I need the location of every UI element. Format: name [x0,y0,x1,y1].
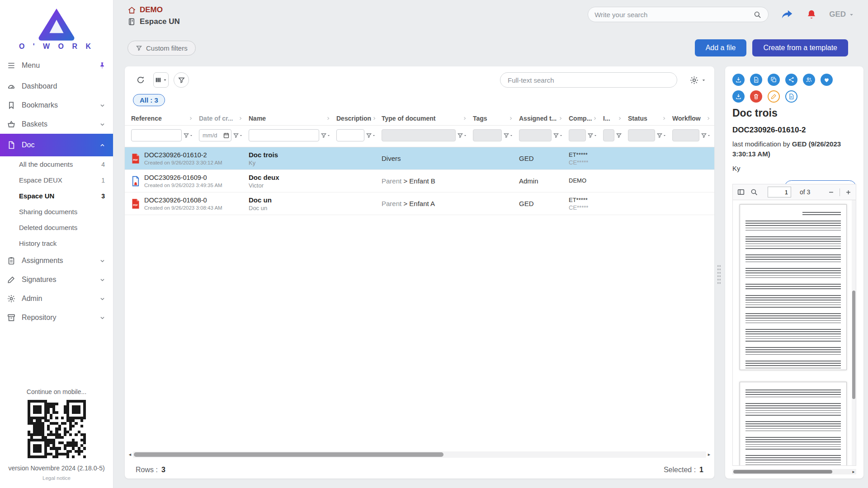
tags-filter-select[interactable] [473,129,502,141]
column-header-i[interactable]: I... [599,112,624,125]
column-header-status[interactable]: Status [624,112,669,125]
sidebar-item-repository[interactable]: Repository [0,308,113,327]
scrollbar-thumb[interactable] [134,452,443,457]
reference-filter-input[interactable] [131,129,182,141]
edit-button[interactable] [768,90,780,103]
all-filter-chip[interactable]: All : 3 [133,94,165,106]
zoom-out-button[interactable] [828,189,835,196]
sidebar-item-signatures[interactable]: Signatures [0,270,113,289]
download-button[interactable] [732,74,745,86]
sidebar-item-doc[interactable]: Doc [0,134,113,156]
sidebar-subitem-espace-un[interactable]: Espace UN 3 [0,188,113,204]
status-filter-select[interactable] [628,129,655,141]
status-filter-funnel[interactable] [656,132,666,139]
table-row[interactable]: DOC230926-01610-2 Created on 9/26/2023 3… [125,147,714,170]
export-file-button[interactable] [750,74,762,86]
sidebar-item-admin[interactable]: Admin [0,289,113,308]
delete-button[interactable] [750,90,762,103]
calendar-icon[interactable] [223,132,230,139]
legal-notice-link[interactable]: Legal notice [0,475,113,481]
sidebar-subitem-history-track[interactable]: History track [0,235,113,251]
scrollbar-thumb[interactable] [852,291,855,399]
caret-down-icon [701,78,706,83]
custom-filters-button[interactable]: Custom filters [127,41,196,56]
name-filter-input[interactable] [249,129,319,141]
sidebar-subitem-all-documents[interactable]: All the documents 4 [0,156,113,172]
table-horizontal-scrollbar[interactable]: ◄ ► [127,451,712,458]
sidebar-subitem-deleted-documents[interactable]: Deleted documents [0,220,113,235]
column-header-assigned[interactable]: Assigned t... [515,112,565,125]
global-search-input[interactable] [594,11,753,19]
filters-button[interactable] [174,72,189,88]
column-header-comp[interactable]: Comp... [565,112,599,125]
add-file-button[interactable]: Add a file [695,39,747,56]
column-header-reference[interactable]: Reference [127,112,195,125]
thumbnails-toggle-button[interactable] [737,188,745,196]
type-filter-funnel[interactable] [457,132,467,139]
search-icon[interactable] [753,10,762,19]
assigned-filter-funnel[interactable] [553,132,563,139]
fulltext-search-input[interactable] [500,72,677,88]
create-from-template-button[interactable]: Create from a template [752,39,848,56]
pdf-vertical-scrollbar[interactable] [852,200,856,465]
scroll-right-arrow[interactable]: ► [851,470,856,474]
sidebar-subitem-sharing-documents[interactable]: Sharing documents [0,204,113,220]
column-header-type[interactable]: Type of document [378,112,469,125]
share-document-button[interactable] [785,74,797,86]
panel-resize-handle[interactable] [717,264,721,285]
favorite-button[interactable] [821,74,833,86]
notifications-button[interactable] [806,9,817,20]
table-settings-button[interactable] [689,75,706,85]
type-filter-select[interactable] [382,129,456,141]
scroll-left-arrow[interactable]: ◄ [127,451,133,458]
comp-filter-select[interactable] [569,129,586,141]
breadcrumb-space[interactable]: Espace UN [127,17,180,26]
sidebar-subitem-espace-deux[interactable]: Espace DEUX 1 [0,172,113,188]
pdf-horizontal-scrollbar[interactable]: ► [732,469,856,474]
table-row[interactable]: DOC230926-01608-0 Created on 9/26/2023 3… [125,192,714,215]
scrollbar-track[interactable] [133,451,706,458]
scrollbar-thumb[interactable] [733,470,832,474]
scroll-right-arrow[interactable]: ► [706,451,712,458]
print-button[interactable] [732,90,745,103]
document-properties-button[interactable] [785,90,797,103]
column-header-date[interactable]: Date of cr... [195,112,245,125]
page-number-input[interactable] [768,187,791,197]
pin-icon[interactable] [98,61,106,70]
sidebar-item-dashboard[interactable]: Dashboard [0,77,113,96]
collaborators-button[interactable] [803,74,815,86]
breadcrumb-workspace[interactable]: DEMO [127,5,180,14]
column-header-extra[interactable]: V... [713,112,714,125]
column-header-workflow[interactable]: Workflow [669,112,713,125]
sidebar-item-bookmarks[interactable]: Bookmarks [0,96,113,115]
column-header-description[interactable]: Description [333,112,378,125]
assigned-filter-select[interactable] [519,129,552,141]
i-filter-funnel[interactable] [616,132,622,139]
tags-filter-funnel[interactable] [503,132,513,139]
duplicate-button[interactable] [768,74,780,86]
pen-icon [7,275,16,284]
refresh-button[interactable] [133,72,148,88]
comp-filter-funnel[interactable] [587,132,597,139]
zoom-in-button[interactable] [845,189,852,196]
description-filter-input[interactable] [336,129,364,141]
sidebar-item-assignments[interactable]: Assignments [0,251,113,270]
column-header-name[interactable]: Name [245,112,333,125]
pdf-search-button[interactable] [750,188,758,196]
sidebar-menu-toggle[interactable]: Menu [0,54,113,77]
description-filter-funnel[interactable] [366,132,376,139]
date-filter-funnel[interactable] [233,132,243,139]
sidebar-item-baskets[interactable]: Baskets [0,115,113,134]
funnel-icon [587,132,594,139]
columns-button[interactable] [153,72,169,88]
share-button[interactable] [780,8,794,21]
reference-filter-funnel[interactable] [183,132,193,139]
i-filter-select[interactable] [603,129,614,141]
user-menu[interactable]: GED [829,10,854,19]
workflow-filter-select[interactable] [672,129,699,141]
name-filter-funnel[interactable] [321,132,330,139]
workflow-filter-funnel[interactable] [701,132,711,139]
column-header-tags[interactable]: Tags [469,112,515,125]
table-row[interactable]: DOC230926-01609-0 Created on 9/26/2023 3… [125,170,714,192]
caret-down-icon [509,134,513,137]
